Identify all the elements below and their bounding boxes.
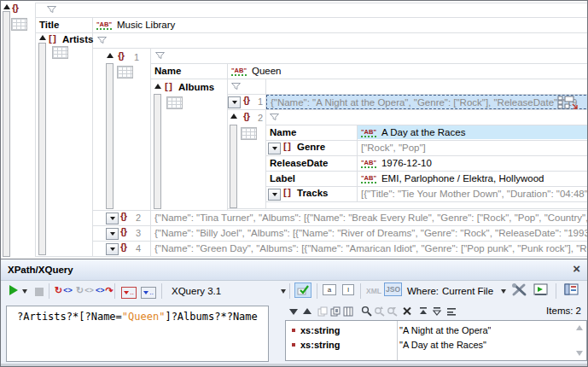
settings-tools-icon[interactable] bbox=[511, 283, 528, 297]
copy-columns-icon[interactable] bbox=[343, 306, 353, 317]
array-badge: [ ] bbox=[283, 187, 290, 197]
collapse-album2-button[interactable] bbox=[230, 114, 237, 119]
items-count: Items: 2 bbox=[513, 306, 581, 316]
artist3-preview-cell[interactable]: {"Name": "Billy Joel", "Albums": [{"Name… bbox=[151, 226, 587, 240]
collapse-albums-button[interactable] bbox=[154, 84, 161, 89]
expand-tracks-button[interactable] bbox=[268, 189, 281, 201]
expand-genre-button[interactable] bbox=[268, 143, 281, 154]
breakpoint-blue-icon[interactable]: ‥ bbox=[141, 287, 156, 299]
search-icon[interactable] bbox=[361, 306, 372, 317]
grid-line bbox=[35, 3, 36, 256]
expand-artist2-button[interactable] bbox=[106, 213, 119, 224]
filter-icon[interactable] bbox=[96, 36, 108, 44]
album2-table-view-icon[interactable] bbox=[241, 127, 257, 140]
filter-icon[interactable] bbox=[230, 82, 242, 90]
album2-name-key-cell[interactable]: Name bbox=[266, 125, 358, 139]
json-mode-toggle[interactable]: JSO bbox=[384, 283, 402, 296]
filter-icon[interactable] bbox=[269, 113, 280, 121]
releasedate-value-cell[interactable]: "AB" 1976-12-10 bbox=[358, 156, 587, 170]
word-wrap-icon[interactable] bbox=[446, 307, 457, 316]
name-value-cell[interactable]: "AB" Queen bbox=[228, 64, 587, 78]
copy-with-text-icon[interactable] bbox=[330, 306, 341, 317]
scope-select[interactable]: Current File bbox=[442, 286, 493, 296]
artists-span-bar[interactable] bbox=[38, 43, 46, 255]
album2-name-key: Name bbox=[270, 127, 296, 137]
expand-album1-button[interactable] bbox=[228, 96, 241, 108]
next-result-icon[interactable] bbox=[289, 309, 298, 315]
toolbar-separator bbox=[556, 283, 556, 299]
album2-name-value-cell[interactable]: "AB" A Day at the Races bbox=[358, 125, 587, 139]
artists-table-view-icon[interactable] bbox=[52, 46, 68, 59]
root-span-bar[interactable] bbox=[3, 11, 10, 257]
name-key-cell[interactable]: Name bbox=[151, 64, 229, 78]
object-badge: {} bbox=[120, 226, 126, 236]
window-a-icon[interactable]: a bbox=[323, 284, 336, 295]
evaluate-on-edit-icon[interactable]: ↻<> bbox=[55, 286, 73, 295]
array-badge: [ ] bbox=[49, 33, 55, 44]
filter-icon[interactable] bbox=[154, 51, 166, 60]
scroll-down-icon[interactable] bbox=[576, 351, 583, 356]
artist4-preview-cell[interactable]: {"Name": "Green Day", "Albums": [{"Name"… bbox=[151, 242, 587, 255]
releasedate-key-cell[interactable]: ReleaseDate bbox=[266, 156, 358, 170]
scroll-to-bottom-icon[interactable] bbox=[432, 306, 442, 317]
evaluate-disabled-icon: ↻<> bbox=[76, 286, 94, 295]
scroll-to-top-icon[interactable] bbox=[418, 306, 428, 317]
panel-title-bar[interactable]: XPath/XQuery bbox=[1, 259, 587, 281]
album2-span-bar[interactable] bbox=[230, 125, 237, 208]
language-caret-icon[interactable] bbox=[281, 289, 286, 294]
artist2-preview-cell[interactable]: {"Name": "Tina Turner", "Albums": [{"Nam… bbox=[151, 211, 587, 224]
collapse-artists-button[interactable] bbox=[39, 35, 46, 40]
expand-artist3-button[interactable] bbox=[106, 228, 119, 240]
album1-index: 1 bbox=[258, 96, 263, 107]
previous-result-icon[interactable] bbox=[303, 308, 311, 314]
close-icon[interactable]: × bbox=[573, 261, 580, 276]
artist1-table-view-icon[interactable] bbox=[117, 66, 133, 79]
clear-results-icon[interactable] bbox=[402, 306, 411, 316]
run-in-editor-icon[interactable] bbox=[533, 283, 549, 296]
expand-popup-icon[interactable] bbox=[557, 96, 579, 109]
label-key-cell[interactable]: Label bbox=[266, 172, 358, 185]
results-list[interactable]: xs:string "A Night at the Opera" xs:stri… bbox=[285, 320, 587, 361]
search-down-icon bbox=[387, 306, 398, 317]
scroll-up-icon[interactable] bbox=[576, 325, 583, 330]
grid-line bbox=[92, 48, 587, 49]
albums-table-view-icon[interactable] bbox=[166, 96, 183, 109]
evaluate-jump-icon[interactable]: <>↷ bbox=[96, 286, 114, 295]
xml-mode-toggle[interactable]: XML bbox=[366, 287, 381, 295]
collapse-artist1-button[interactable] bbox=[107, 53, 114, 58]
json-grid-view: {} Title "AB" Music Library [ ] Artists … bbox=[1, 1, 587, 259]
result-type: xs:string bbox=[300, 325, 393, 335]
toolbar-separator bbox=[289, 283, 290, 299]
stop-button[interactable] bbox=[35, 288, 44, 296]
language-select[interactable]: XQuery 3.1 bbox=[172, 286, 221, 296]
artist1-span-bar[interactable] bbox=[106, 63, 114, 209]
result-row[interactable]: xs:string "A Day at the Races" bbox=[286, 337, 586, 352]
title-key-cell[interactable]: Title bbox=[36, 18, 95, 32]
expression-builder-toggle[interactable] bbox=[294, 283, 311, 298]
title-value-cell[interactable]: "AB" Music Library bbox=[93, 18, 587, 32]
grid-line bbox=[35, 3, 587, 3]
breakpoint-red-icon[interactable]: ‥ bbox=[121, 287, 137, 299]
xquery-expression-input[interactable]: ?Artists?*[?Name="Queen"]?Albums?*?Name bbox=[6, 306, 269, 362]
run-button[interactable] bbox=[9, 285, 18, 295]
tracks-preview: [{"Title": "Tie Your Mother Down", "Dura… bbox=[361, 189, 587, 199]
checkmark-icon bbox=[297, 285, 309, 295]
window-cursor-icon[interactable]: I bbox=[342, 284, 354, 295]
filter-icon[interactable] bbox=[46, 5, 57, 14]
collapse-root-button[interactable] bbox=[3, 4, 10, 9]
copy-icon bbox=[317, 306, 328, 317]
tracks-value-cell[interactable]: [{"Title": "Tie Your Mother Down", "Dura… bbox=[358, 187, 587, 201]
albums-span-bar[interactable] bbox=[154, 94, 161, 209]
expand-artist4-button[interactable] bbox=[106, 243, 119, 255]
label-value-cell[interactable]: "AB" EMI, Parlophone / Elektra, Hollywoo… bbox=[358, 172, 587, 185]
scope-caret-icon[interactable] bbox=[501, 289, 506, 294]
genre-value-cell[interactable]: ["Rock", "Pop"] bbox=[358, 141, 587, 154]
string-type-icon: "AB" bbox=[361, 174, 376, 184]
root-table-view-icon[interactable] bbox=[11, 18, 27, 31]
run-options-caret-icon[interactable] bbox=[22, 289, 27, 294]
result-row[interactable]: xs:string "A Night at the Opera" bbox=[286, 323, 586, 337]
layout-panel-icon[interactable] bbox=[564, 283, 579, 295]
artist3-preview: {"Name": "Billy Joel", "Albums": [{"Name… bbox=[154, 228, 587, 238]
refresh-glyph: ↻ bbox=[55, 286, 62, 295]
album1-selected-cell[interactable]: {"Name": "A Night at the Opera", "Genre"… bbox=[266, 95, 587, 109]
